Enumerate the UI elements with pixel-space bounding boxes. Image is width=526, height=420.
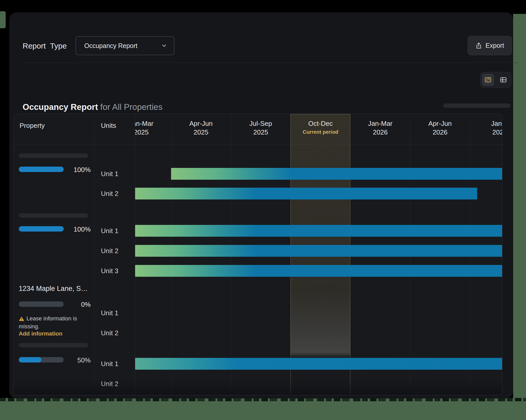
column-separator — [95, 114, 95, 395]
property-name-skeleton — [19, 343, 88, 347]
export-icon — [475, 42, 482, 49]
occupancy-percent: 50% — [19, 356, 91, 364]
quarter-label: Apr-Jun — [171, 119, 231, 128]
unit-label: Unit 2 — [101, 245, 118, 257]
quarter-header: Apr-Jun2025 — [171, 119, 231, 137]
current-period-label: Current period — [290, 128, 350, 136]
table-view-icon — [500, 76, 507, 83]
lease-warning: Lease information is missing. — [19, 314, 83, 330]
quarter-label: Jan-Mar — [350, 119, 410, 128]
chevron-down-icon — [161, 43, 167, 49]
occupancy-percent: 100% — [19, 166, 91, 174]
occupancy-bar[interactable] — [135, 225, 502, 237]
report-type-value: Occupancy Report — [84, 42, 161, 50]
column-header-property: Property — [20, 122, 45, 130]
unit-label: Unit 2 — [101, 378, 118, 390]
property-name-skeleton — [19, 154, 88, 158]
app-screen: Report Type Occupancy Report Export — [0, 0, 526, 420]
add-information-link[interactable]: Add information — [19, 330, 62, 337]
backdrop-green-right — [513, 14, 526, 420]
page-title-main: Occupancy Report — [23, 102, 98, 112]
quarter-label: Apr-Jun — [410, 119, 470, 128]
warning-text: Lease information is missing. — [19, 315, 77, 330]
export-button[interactable]: Export — [468, 36, 512, 55]
quarter-label: Jul-Sep — [231, 119, 291, 128]
page-title: Occupancy Report for All Properties — [23, 102, 163, 112]
quarter-year: 2025 — [231, 128, 291, 137]
gantt-view-button[interactable] — [482, 74, 494, 86]
unit-label: Unit 1 — [101, 358, 118, 370]
view-toggle — [480, 72, 511, 88]
quarter-year: 2026 — [410, 128, 470, 137]
property-name-skeleton — [19, 213, 88, 218]
quarter-year: 2025 — [171, 128, 231, 137]
warning-icon — [19, 316, 24, 321]
column-header-units: Units — [101, 122, 116, 130]
unit-label: Unit 1 — [101, 168, 118, 180]
table-view-button[interactable] — [497, 74, 510, 86]
quarter-header: Jan-Mar2025 — [135, 119, 171, 137]
report-type-dropdown[interactable]: Occupancy Report — [76, 36, 174, 55]
occupancy-table: Property Units Jan-Mar2025Apr-Jun2025Jul… — [13, 114, 502, 395]
occupancy-bar[interactable] — [135, 188, 477, 199]
quarter-year: 2025 — [135, 128, 171, 137]
page-title-suffix: for All Properties — [98, 102, 162, 112]
quarter-label: Oct-Dec — [290, 119, 350, 128]
occupancy-percent: 100% — [19, 225, 91, 233]
report-type-label: Report Type — [23, 42, 67, 50]
unit-label: Unit 2 — [101, 188, 118, 199]
export-button-label: Export — [485, 42, 504, 49]
quarter-header: Jan-Mar2026 — [350, 119, 410, 137]
gantt-view-icon — [484, 76, 492, 83]
unit-label: Unit 2 — [101, 327, 118, 339]
timeline-area: Jan-Mar2025Apr-Jun2025Jul-Sep2025Oct-Dec… — [135, 114, 502, 395]
occupancy-bar[interactable] — [171, 168, 502, 180]
occupancy-bar[interactable] — [135, 358, 502, 370]
quarter-label: Jan-Mar — [135, 119, 171, 128]
property-address: 1234 Maple Lane, S… — [19, 285, 95, 293]
quarter-header: Jul-Sep2025 — [231, 119, 291, 137]
quarter-header: Apr-Jun2026 — [410, 119, 470, 137]
quarter-header: Jan-A2026 — [470, 119, 503, 137]
backdrop-green-bottom — [0, 398, 526, 420]
quarter-header: Oct-DecCurrent period — [290, 119, 350, 136]
header-skeleton-pill — [443, 103, 511, 108]
quarter-label: Jan-A — [470, 119, 503, 128]
toolbar-divider — [23, 63, 518, 63]
backdrop-green-notch — [0, 11, 6, 28]
unit-label: Unit 1 — [101, 225, 118, 237]
quarter-year: 2026 — [350, 128, 410, 137]
quarter-year: 2026 — [470, 128, 503, 137]
unit-label: Unit 3 — [101, 265, 118, 277]
occupancy-bar[interactable] — [135, 265, 502, 277]
occupancy-percent: 0% — [19, 301, 91, 309]
occupancy-bar[interactable] — [135, 245, 502, 257]
unit-label: Unit 1 — [101, 307, 118, 319]
